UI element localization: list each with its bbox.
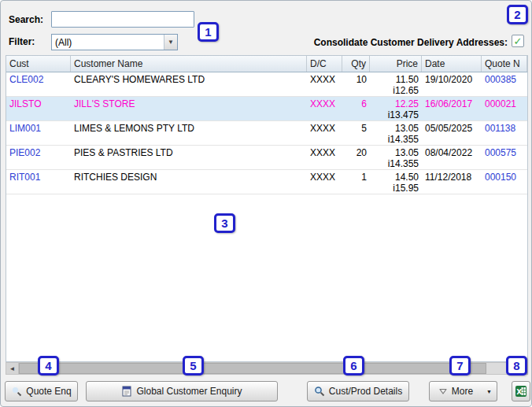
- table-row-selected[interactable]: JILSTO JILL'S STORE XXXX 6 12.25 i13.475…: [6, 97, 527, 121]
- cell-date: 08/04/2022: [422, 146, 482, 169]
- more-label: More: [452, 386, 473, 397]
- cell-price: 13.05 i14.355: [370, 146, 422, 169]
- consolidate-addresses-checkbox[interactable]: ✓: [512, 35, 524, 47]
- callout-2: 2: [507, 5, 528, 24]
- callout-1: 1: [198, 22, 219, 42]
- cell-dc: XXXX: [307, 121, 342, 145]
- cell-quote-no: 000385: [482, 72, 527, 96]
- svg-text:X: X: [516, 388, 522, 396]
- callout-5: 5: [183, 356, 204, 376]
- cell-customer-name: RITCHIES DESIGN: [71, 170, 307, 194]
- cell-customer-name: JILL'S STORE: [71, 97, 307, 120]
- cell-qty: 5: [342, 121, 370, 145]
- quotes-table: Cust Customer Name D/C Qty Price Date Qu…: [6, 55, 528, 362]
- cell-qty: 20: [342, 146, 370, 169]
- column-header-price[interactable]: Price: [370, 56, 422, 72]
- filter-label: Filter:: [9, 36, 35, 47]
- cell-price: 14.50 i15.95: [370, 170, 422, 194]
- cell-cust: CLE002: [6, 72, 71, 96]
- quote-enq-button[interactable]: Quote Enq: [5, 381, 78, 401]
- cell-quote-no: 000021: [482, 97, 527, 120]
- cell-dc: XXXX: [307, 97, 342, 120]
- dropdown-arrow-icon: ▼: [486, 389, 492, 394]
- cell-price: 13.05 i14.355: [370, 121, 422, 145]
- filter-selected-value: (All): [52, 37, 164, 48]
- cell-quote-no: 000150: [482, 170, 527, 194]
- cell-dc: XXXX: [307, 146, 342, 169]
- cell-cust: LIM001: [6, 121, 71, 145]
- callout-8: 8: [506, 356, 527, 376]
- cell-qty: 10: [342, 72, 370, 96]
- callout-3: 3: [214, 213, 235, 233]
- price-inc-tax: i12.65: [373, 85, 419, 96]
- column-header-date[interactable]: Date: [422, 56, 482, 72]
- callout-7: 7: [449, 356, 471, 376]
- consolidate-addresses-label: Consolidate Customer Delivery Addresses:: [314, 37, 508, 48]
- column-header-qty[interactable]: Qty: [342, 56, 370, 72]
- quotes-enquiry-window: Search: Filter: (All) ▼ Consolidate Cust…: [0, 0, 532, 407]
- cell-qty: 6: [342, 97, 370, 120]
- cust-prod-details-label: Cust/Prod Details: [329, 386, 402, 397]
- cell-quote-no: 001138: [482, 121, 527, 145]
- cell-date: 11/12/2018: [422, 170, 482, 194]
- column-header-quote-no[interactable]: Quote N: [482, 56, 527, 72]
- cell-cust: RIT001: [6, 170, 71, 194]
- cell-price: 12.25 i13.475: [370, 97, 422, 120]
- cell-dc: XXXX: [307, 72, 342, 96]
- scroll-left-arrow-icon[interactable]: ◄: [6, 363, 19, 374]
- search-icon: [11, 386, 22, 397]
- column-header-cust[interactable]: Cust: [6, 56, 71, 72]
- cell-customer-name: LIMES & LEMONS PTY LTD: [71, 121, 307, 145]
- price-ex-tax: 12.25: [373, 98, 419, 109]
- cell-date: 16/06/2017: [422, 97, 482, 120]
- price-inc-tax: i14.355: [373, 134, 419, 145]
- filter-dropdown[interactable]: (All) ▼: [51, 34, 178, 50]
- cell-cust: PIE002: [6, 146, 71, 169]
- cell-dc: XXXX: [307, 170, 342, 194]
- price-ex-tax: 14.50: [373, 172, 419, 183]
- check-icon: ✓: [514, 36, 523, 46]
- table-row[interactable]: LIM001 LIMES & LEMONS PTY LTD XXXX 5 13.…: [6, 121, 527, 146]
- price-ex-tax: 13.05: [373, 147, 419, 158]
- price-inc-tax: i14.355: [373, 158, 419, 169]
- cell-price: 11.50 i12.65: [370, 72, 422, 96]
- table-header-row: Cust Customer Name D/C Qty Price Date Qu…: [6, 56, 527, 72]
- cell-qty: 1: [342, 170, 370, 194]
- chevron-down-icon: [438, 387, 448, 396]
- cell-cust: JILSTO: [6, 97, 71, 120]
- column-header-customer-name[interactable]: Customer Name: [71, 56, 307, 72]
- cell-quote-no: 000575: [482, 146, 527, 169]
- table-row[interactable]: RIT001 RITCHIES DESIGN XXXX 1 14.50 i15.…: [6, 170, 527, 194]
- cell-customer-name: CLEARY'S HOMEWARES LTD: [71, 72, 307, 96]
- search-label: Search:: [9, 14, 43, 25]
- scrollbar-thumb[interactable]: [19, 363, 486, 374]
- price-ex-tax: 13.05: [373, 123, 419, 134]
- price-inc-tax: i13.475: [373, 109, 419, 120]
- global-customer-enquiry-label: Global Customer Enquiry: [136, 386, 242, 397]
- export-to-excel-button[interactable]: X: [512, 381, 530, 401]
- more-dropdown-arrow-button[interactable]: ▼: [482, 381, 497, 401]
- cell-date: 05/05/2025: [422, 121, 482, 145]
- callout-4: 4: [38, 356, 59, 376]
- table-row[interactable]: PIE002 PIES & PASTRIES LTD XXXX 20 13.05…: [6, 146, 527, 170]
- excel-icon: X: [515, 385, 527, 398]
- report-icon: [121, 386, 132, 397]
- cust-prod-details-button[interactable]: Cust/Prod Details: [307, 381, 409, 401]
- cell-date: 19/10/2020: [422, 72, 482, 96]
- global-customer-enquiry-button[interactable]: Global Customer Enquiry: [86, 381, 278, 401]
- chevron-down-icon[interactable]: ▼: [164, 35, 177, 50]
- quote-enq-label: Quote Enq: [26, 386, 71, 397]
- column-header-dc[interactable]: D/C: [307, 56, 342, 72]
- more-button[interactable]: More: [429, 381, 482, 401]
- callout-6: 6: [343, 356, 364, 376]
- search-icon: [314, 386, 325, 397]
- search-input[interactable]: [51, 11, 194, 28]
- price-inc-tax: i15.95: [373, 183, 419, 194]
- table-row[interactable]: CLE002 CLEARY'S HOMEWARES LTD XXXX 10 11…: [6, 72, 527, 97]
- price-ex-tax: 11.50: [373, 74, 419, 85]
- cell-customer-name: PIES & PASTRIES LTD: [71, 146, 307, 169]
